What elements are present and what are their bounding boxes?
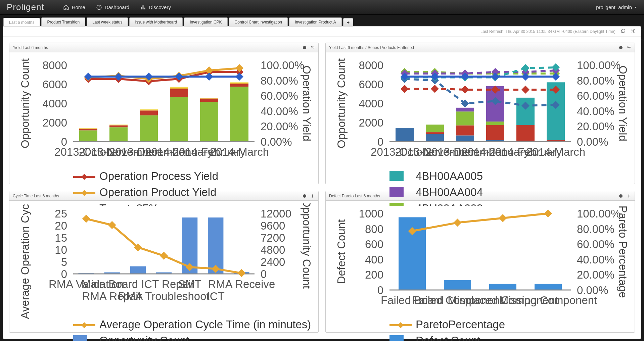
svg-text:100.00%: 100.00% — [577, 59, 620, 71]
refresh-icon[interactable] — [621, 29, 626, 34]
svg-text:2400: 2400 — [261, 256, 285, 268]
svg-text:20.00%: 20.00% — [261, 120, 298, 133]
svg-rect-19 — [79, 130, 97, 142]
svg-rect-27 — [140, 110, 158, 115]
gear-icon[interactable] — [310, 45, 315, 50]
svg-text:80.00%: 80.00% — [577, 223, 614, 235]
svg-text:15: 15 — [55, 232, 67, 244]
panel-title: Yield Last 6 months / Series Products Fl… — [329, 45, 414, 50]
svg-text:20.00%: 20.00% — [577, 269, 614, 281]
tab-investigation-product-a[interactable]: Investigation Product A — [289, 17, 342, 26]
svg-text:Main Board ICT Repair: Main Board ICT Repair — [81, 278, 194, 290]
svg-text:12000: 12000 — [261, 207, 291, 220]
svg-text:6000: 6000 — [359, 78, 383, 91]
tab-last-6-months[interactable]: Last 6 months — [3, 18, 40, 27]
nav-dashboard-label: Dashboard — [105, 4, 129, 10]
svg-text:25: 25 — [55, 207, 67, 220]
tab-add[interactable]: + — [343, 18, 353, 26]
svg-rect-148 — [130, 266, 146, 274]
svg-text:40.00%: 40.00% — [577, 105, 614, 117]
svg-text:60.00%: 60.00% — [577, 90, 614, 102]
info-icon[interactable]: i — [618, 45, 623, 50]
svg-text:Opportunity Count: Opportunity Count — [335, 58, 348, 148]
tab-last-week-status[interactable]: Last week status — [87, 17, 128, 26]
svg-rect-93 — [426, 125, 444, 132]
nav-home-label: Home — [72, 4, 85, 10]
svg-text:Operation Yield: Operation Yield — [617, 65, 629, 141]
user-menu[interactable]: proligent_admin — [596, 4, 637, 10]
nav-discovery[interactable]: Discovery — [135, 0, 176, 14]
svg-rect-184 — [489, 284, 516, 290]
tab-investigation-cpk[interactable]: Investigation CPK — [184, 17, 227, 26]
svg-text:8000: 8000 — [359, 59, 383, 71]
svg-rect-195 — [389, 335, 404, 341]
svg-text:4BH00AA004: 4BH00AA004 — [416, 186, 483, 198]
svg-text:40.00%: 40.00% — [261, 105, 298, 117]
svg-text:4BH00AA005: 4BH00AA005 — [416, 170, 483, 182]
svg-text:Opportunity Count: Opportunity Count — [19, 58, 31, 148]
svg-rect-185 — [535, 284, 562, 290]
svg-rect-1 — [141, 7, 142, 9]
svg-rect-88 — [456, 126, 474, 136]
svg-text:ParetoPercentage: ParetoPercentage — [416, 318, 505, 331]
tab-product-transition[interactable]: Product Transition — [41, 17, 85, 26]
svg-text:100.00%: 100.00% — [577, 207, 620, 220]
svg-text:2014-March: 2014-March — [526, 146, 585, 158]
nav-dashboard[interactable]: Dashboard — [91, 0, 135, 14]
svg-text:7200: 7200 — [261, 232, 285, 244]
svg-rect-23 — [200, 102, 218, 142]
main-panel: Last Refresh: Thu Apr 30 2015 11:05:34 G… — [3, 26, 641, 339]
gear-icon[interactable] — [627, 45, 631, 50]
svg-rect-94 — [456, 111, 474, 125]
gear-icon[interactable] — [631, 29, 636, 34]
chart-yield-6m: 020004000600080000.00%20.00%40.00%60.00%… — [13, 55, 315, 206]
svg-text:Missing Component: Missing Component — [499, 294, 597, 306]
svg-text:Average Operation Cycle Time (: Average Operation Cycle Time (in minutes… — [99, 318, 311, 331]
svg-rect-183 — [444, 280, 471, 290]
svg-rect-3 — [144, 7, 145, 9]
svg-text:1000: 1000 — [359, 207, 383, 220]
svg-text:40.00%: 40.00% — [577, 253, 614, 266]
svg-text:RMA Troubleshoot: RMA Troubleshoot — [118, 290, 209, 302]
svg-rect-22 — [170, 97, 188, 142]
svg-text:80.00%: 80.00% — [577, 75, 614, 87]
svg-rect-90 — [516, 125, 535, 141]
last-refresh-label: Last Refresh: Thu Apr 30 2015 11:05:34 G… — [480, 29, 615, 34]
svg-text:800: 800 — [365, 223, 383, 235]
svg-rect-26 — [109, 126, 128, 128]
svg-text:80.00%: 80.00% — [261, 75, 298, 87]
svg-rect-121 — [389, 187, 404, 197]
svg-rect-33 — [140, 110, 158, 111]
svg-rect-80 — [396, 128, 414, 142]
top-nav: Proligent Home Dashboard Discovery proli… — [0, 0, 644, 15]
svg-text:60.00%: 60.00% — [577, 238, 614, 250]
svg-text:Operation Product Yield: Operation Product Yield — [99, 186, 217, 198]
bars-icon — [140, 4, 146, 10]
svg-text:Opportunity Count: Opportunity Count — [99, 334, 189, 341]
svg-text:Operation Process Yield: Operation Process Yield — [99, 170, 218, 182]
tab-control-chart[interactable]: Control Chart investigation — [229, 17, 288, 26]
svg-text:Pareto Percentage: Pareto Percentage — [617, 205, 629, 298]
svg-text:Opportunity Count: Opportunity Count — [301, 203, 313, 289]
svg-point-7 — [312, 47, 313, 48]
nav-home[interactable]: Home — [58, 0, 91, 14]
svg-rect-38 — [109, 125, 128, 125]
svg-text:Operation Yield: Operation Yield — [301, 65, 313, 141]
svg-rect-2 — [143, 5, 144, 9]
svg-rect-100 — [456, 108, 474, 111]
svg-text:4000: 4000 — [43, 97, 67, 110]
svg-rect-41 — [200, 98, 218, 98]
svg-text:Defect Count: Defect Count — [335, 220, 348, 284]
svg-text:8000: 8000 — [43, 59, 67, 71]
svg-text:Average Operation Cycle Time: Average Operation Cycle Time — [19, 203, 31, 319]
svg-rect-91 — [547, 140, 565, 141]
svg-text:20.00%: 20.00% — [577, 120, 614, 133]
tab-issue-motherboard[interactable]: Issue with Motherboard — [129, 17, 183, 26]
user-name: proligent_admin — [596, 4, 632, 10]
info-icon[interactable]: i — [302, 45, 307, 50]
svg-rect-24 — [230, 87, 248, 142]
svg-text:100.00%: 100.00% — [261, 59, 304, 71]
svg-text:RMA Receive: RMA Receive — [208, 278, 275, 290]
svg-text:600: 600 — [365, 238, 383, 250]
refresh-bar: Last Refresh: Thu Apr 30 2015 11:05:34 G… — [3, 27, 641, 37]
